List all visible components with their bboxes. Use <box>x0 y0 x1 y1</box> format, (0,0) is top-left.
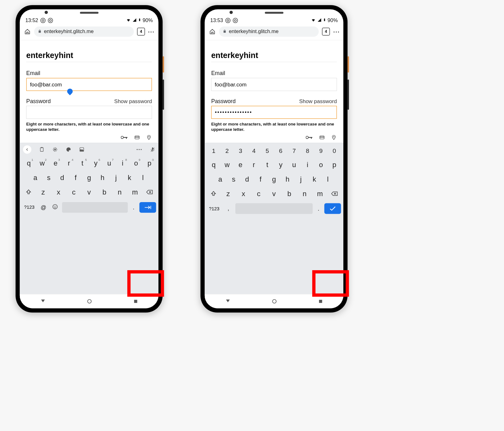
key-i[interactable]: i <box>301 159 314 171</box>
key-g[interactable]: g <box>267 173 281 185</box>
power-button[interactable] <box>347 56 349 73</box>
kb-mic-icon[interactable] <box>150 146 155 152</box>
symbols-key[interactable]: ?123 <box>22 205 37 210</box>
key-o[interactable]: o9 <box>129 157 143 170</box>
volume-button[interactable] <box>163 79 164 110</box>
emoji-key[interactable] <box>50 201 60 214</box>
key-h[interactable]: h <box>281 173 294 185</box>
key-u[interactable]: u <box>287 159 301 171</box>
key-period[interactable]: . <box>315 203 322 215</box>
home-icon[interactable] <box>24 29 31 35</box>
enter-key-next[interactable] <box>140 202 156 213</box>
shift-key[interactable] <box>207 187 220 200</box>
key-b[interactable]: b <box>282 187 297 200</box>
key-t[interactable]: t5 <box>76 157 89 170</box>
kb-settings-icon[interactable] <box>52 147 58 152</box>
key-l[interactable]: l <box>136 171 150 184</box>
home-icon[interactable] <box>209 29 216 35</box>
key-n[interactable]: n <box>112 186 127 198</box>
key-7[interactable]: 7 <box>287 145 301 157</box>
key-q[interactable]: q <box>207 159 220 171</box>
backspace-key[interactable] <box>143 186 156 198</box>
password-key-icon[interactable] <box>306 135 313 140</box>
key-6[interactable]: 6 <box>274 145 288 157</box>
key-o[interactable]: o <box>314 159 328 171</box>
key-b[interactable]: b <box>97 186 112 198</box>
key-8[interactable]: 8 <box>301 145 314 157</box>
tabs-button[interactable]: 4 <box>137 28 145 36</box>
key-v[interactable]: v <box>267 187 281 200</box>
key-5[interactable]: 5 <box>261 145 274 157</box>
key-u[interactable]: u7 <box>102 157 116 170</box>
key-g[interactable]: g <box>82 171 96 184</box>
password-field[interactable] <box>26 106 152 119</box>
key-w[interactable]: w2 <box>36 157 49 170</box>
nav-back-icon[interactable] <box>225 299 231 304</box>
key-l[interactable]: l <box>321 173 335 185</box>
key-y[interactable]: y <box>274 159 288 171</box>
address-pin-icon[interactable] <box>146 134 152 140</box>
kb-collapse-icon[interactable] <box>23 145 32 154</box>
nav-recents-icon[interactable] <box>133 299 138 304</box>
key-f[interactable]: f <box>254 173 267 185</box>
key-j[interactable]: j <box>109 171 123 184</box>
key-z[interactable]: z <box>221 187 235 200</box>
backspace-key[interactable] <box>328 187 341 200</box>
key-a[interactable]: a <box>214 173 227 185</box>
key-e[interactable]: e <box>234 159 247 171</box>
key-1[interactable]: 1 <box>207 145 220 157</box>
key-i[interactable]: i8 <box>116 157 129 170</box>
key-t[interactable]: t <box>261 159 274 171</box>
space-key[interactable] <box>62 202 128 213</box>
nav-home-icon[interactable] <box>87 299 92 304</box>
kb-theme-icon[interactable] <box>66 147 72 152</box>
email-field[interactable] <box>26 78 152 91</box>
kb-sticker-icon[interactable] <box>79 147 84 152</box>
symbols-key[interactable]: ?123 <box>207 206 221 211</box>
address-pin-icon[interactable] <box>331 134 336 140</box>
key-c[interactable]: c <box>66 186 81 198</box>
nav-recents-icon[interactable] <box>318 299 323 304</box>
key-q[interactable]: q1 <box>22 157 36 170</box>
key-m[interactable]: m <box>128 186 142 198</box>
key-p[interactable]: p <box>328 159 341 171</box>
show-password-toggle[interactable]: Show password <box>114 98 152 104</box>
key-4[interactable]: 4 <box>247 145 261 157</box>
key-period[interactable]: . <box>130 201 137 213</box>
show-password-toggle[interactable]: Show password <box>299 98 337 104</box>
key-z[interactable]: z <box>36 186 50 198</box>
key-comma[interactable]: , <box>224 203 233 214</box>
key-e[interactable]: e3 <box>49 157 62 170</box>
key-w[interactable]: w <box>220 159 234 171</box>
payment-card-icon[interactable] <box>134 135 140 140</box>
url-bar[interactable]: enterkeyhint.glitch.me <box>219 26 318 37</box>
shift-key[interactable] <box>22 186 35 198</box>
password-key-icon[interactable] <box>121 135 128 140</box>
url-bar[interactable]: enterkeyhint.glitch.me <box>34 26 134 37</box>
key-d[interactable]: d <box>240 173 254 185</box>
power-button[interactable] <box>163 56 164 73</box>
key-2[interactable]: 2 <box>220 145 234 157</box>
key-y[interactable]: y6 <box>89 157 103 170</box>
tabs-button[interactable]: 4 <box>322 28 330 36</box>
nav-back-icon[interactable] <box>40 299 46 304</box>
enter-key-done[interactable] <box>324 203 341 214</box>
key-f[interactable]: f <box>69 171 83 184</box>
key-n[interactable]: n <box>297 187 312 200</box>
key-m[interactable]: m <box>313 187 327 200</box>
key-a[interactable]: a <box>29 171 42 184</box>
volume-button[interactable] <box>347 79 349 110</box>
key-at[interactable]: @ <box>39 202 48 213</box>
key-j[interactable]: j <box>294 173 308 185</box>
key-3[interactable]: 3 <box>234 145 247 157</box>
space-key[interactable] <box>235 203 313 214</box>
key-0[interactable]: 0 <box>328 145 341 157</box>
key-k[interactable]: k <box>308 173 321 185</box>
password-field[interactable] <box>211 106 337 119</box>
nav-home-icon[interactable] <box>272 299 277 304</box>
key-d[interactable]: d <box>55 171 69 184</box>
key-9[interactable]: 9 <box>314 145 328 157</box>
key-h[interactable]: h <box>96 171 109 184</box>
key-x[interactable]: x <box>236 187 251 200</box>
key-x[interactable]: x <box>51 186 66 198</box>
